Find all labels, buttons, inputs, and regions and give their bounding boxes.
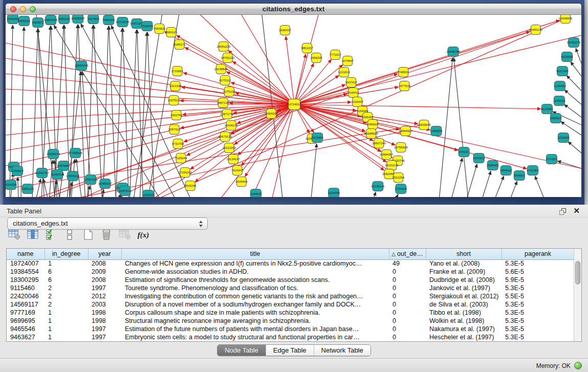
teal-node[interactable]: 17359928: [69, 148, 82, 158]
teal-node[interactable]: 1440934: [430, 126, 443, 136]
yellow-node[interactable]: 11548908: [559, 15, 573, 24]
teal-node[interactable]: 1695402: [487, 161, 499, 170]
yellow-node[interactable]: 7815340: [184, 181, 197, 191]
teal-node[interactable]: 1697813: [473, 154, 485, 163]
column-header-short[interactable]: short: [426, 249, 502, 259]
teal-node[interactable]: 6466160: [103, 15, 115, 25]
teal-node[interactable]: 16958107: [98, 179, 112, 189]
yellow-node[interactable]: 1977510: [399, 81, 411, 91]
yellow-node[interactable]: 13238826: [214, 64, 228, 74]
yellow-node[interactable]: 2522254: [393, 173, 405, 183]
table-row[interactable]: 1456911722003Disruption of a novel membe…: [7, 300, 574, 309]
teal-node[interactable]: 9329966: [561, 52, 573, 62]
citation-network-graph[interactable]: 1872400779638228660126918617127158611221…: [6, 15, 581, 197]
yellow-node[interactable]: 4275112: [219, 76, 231, 85]
teal-node[interactable]: 10719135: [116, 17, 129, 27]
yellow-node[interactable]: 7963822: [154, 24, 166, 34]
column-header-title[interactable]: title: [121, 249, 389, 259]
column-header-pagerank[interactable]: pagerank: [502, 249, 574, 259]
table-row[interactable]: 1830029562008Estimation of significance …: [7, 276, 574, 284]
yellow-node[interactable]: 19654923: [399, 126, 412, 136]
yellow-node[interactable]: 1016447: [352, 97, 364, 107]
yellow-node[interactable]: 19756928: [394, 143, 408, 152]
hub-node[interactable]: 18724007: [288, 99, 301, 110]
yellow-node[interactable]: 22081229: [216, 42, 230, 52]
teal-node[interactable]: 15751074: [567, 38, 581, 48]
table-row[interactable]: 946554611997Estimation of the future num…: [7, 325, 574, 333]
teal-node[interactable]: 20891406: [44, 15, 58, 25]
yellow-node[interactable]: 7771617: [329, 50, 341, 60]
yellow-node[interactable]: 20684067: [380, 150, 394, 160]
teal-node[interactable]: 1733426: [395, 184, 407, 194]
yellow-node[interactable]: 1007513: [168, 96, 180, 105]
table-selector[interactable]: citations_edges.txt: [7, 217, 208, 230]
table-row[interactable]: 1872400712008Changes of HCN gene express…: [7, 259, 574, 268]
teal-node[interactable]: 1209383: [554, 81, 566, 91]
yellow-node[interactable]: 1099607: [367, 120, 379, 129]
network-window-titlebar[interactable]: citations_edges.txt: [6, 4, 581, 15]
yellow-node[interactable]: 7125244: [175, 154, 187, 163]
teal-node[interactable]: 20206576: [47, 149, 60, 159]
teal-node[interactable]: 13942757: [35, 168, 49, 178]
table-row[interactable]: 911546021997Tourette syndrome. Phenomeno…: [7, 284, 574, 292]
teal-node[interactable]: 1526368: [328, 188, 340, 198]
yellow-node[interactable]: 19134147: [226, 155, 240, 164]
teal-node[interactable]: 1680927: [550, 114, 562, 123]
column-header-out_de[interactable]: △out_de…: [389, 249, 426, 259]
teal-node[interactable]: 1156829: [12, 166, 24, 176]
yellow-node[interactable]: 17334102: [178, 168, 192, 178]
teal-node[interactable]: 1513454: [311, 133, 323, 143]
teal-node[interactable]: 924502: [514, 171, 525, 181]
teal-node[interactable]: 1697613: [119, 186, 132, 196]
teal-node[interactable]: 2014295: [6, 180, 17, 190]
yellow-node[interactable]: 1696205: [310, 53, 322, 63]
yellow-node[interactable]: 1674847: [341, 56, 354, 66]
teal-node[interactable]: 2605135: [18, 16, 30, 26]
column-header-year[interactable]: year: [88, 249, 121, 259]
teal-node[interactable]: 14136141: [371, 182, 385, 191]
teal-node[interactable]: 20853346: [75, 61, 89, 71]
teal-node[interactable]: 1210305: [557, 133, 570, 143]
teal-node[interactable]: 13505115: [66, 171, 80, 181]
tab-node-table[interactable]: Node Table: [217, 345, 266, 356]
teal-node[interactable]: 16648784: [446, 47, 460, 57]
teal-node[interactable]: 1303415: [142, 190, 155, 198]
tab-edge-table[interactable]: Edge Table: [266, 345, 314, 356]
yellow-node[interactable]: 9731768: [172, 139, 184, 149]
yellow-node[interactable]: 18807249: [372, 139, 386, 148]
column-header-in_degree[interactable]: in_degree: [45, 249, 88, 259]
teal-node[interactable]: 5905135: [21, 184, 34, 194]
teal-node[interactable]: 1145194: [52, 170, 64, 180]
teal-node[interactable]: 1527602: [88, 15, 100, 24]
column-header-name[interactable]: name: [7, 249, 45, 259]
teal-node[interactable]: 1891140: [58, 15, 71, 24]
teal-node[interactable]: 10655287: [71, 15, 85, 24]
scrollbar-thumb[interactable]: [575, 261, 580, 285]
teal-node[interactable]: 1184635: [250, 189, 262, 198]
teal-node[interactable]: 677203: [546, 155, 557, 164]
float-window-icon[interactable]: [559, 208, 567, 214]
yellow-node[interactable]: 8660126: [165, 28, 178, 37]
yellow-node[interactable]: 4275122: [223, 87, 235, 97]
teal-node[interactable]: 30975887: [57, 161, 71, 171]
table-vertical-scrollbar[interactable]: [574, 249, 581, 341]
yellow-node[interactable]: 18306170: [224, 121, 238, 130]
table-row[interactable]: 1938455462009Genome-wide association stu…: [7, 268, 574, 276]
yellow-node[interactable]: 1696437: [279, 26, 291, 35]
teal-node[interactable]: 1844622: [500, 166, 512, 176]
close-icon[interactable]: ✕: [573, 206, 580, 215]
tab-network-table[interactable]: Network Table: [314, 345, 371, 356]
teal-node[interactable]: 2516065: [7, 15, 19, 24]
teal-node[interactable]: 9227343: [556, 67, 569, 76]
table-row[interactable]: 969969511998Structural magnetic resonanc…: [7, 317, 574, 325]
yellow-node[interactable]: 3867135: [217, 98, 229, 108]
teal-node[interactable]: 17957253: [84, 175, 98, 185]
yellow-node[interactable]: 9186171: [173, 40, 186, 50]
yellow-node[interactable]: 9861037: [301, 43, 313, 53]
yellow-node[interactable]: 2715861: [171, 67, 184, 76]
table-row[interactable]: 2242004622012Investigating the contribut…: [7, 292, 574, 300]
teal-node[interactable]: 1244415: [553, 96, 565, 106]
yellow-node[interactable]: 1902781: [170, 111, 183, 120]
yellow-node[interactable]: 7615447: [231, 166, 244, 176]
teal-node[interactable]: 2405572: [32, 18, 44, 28]
